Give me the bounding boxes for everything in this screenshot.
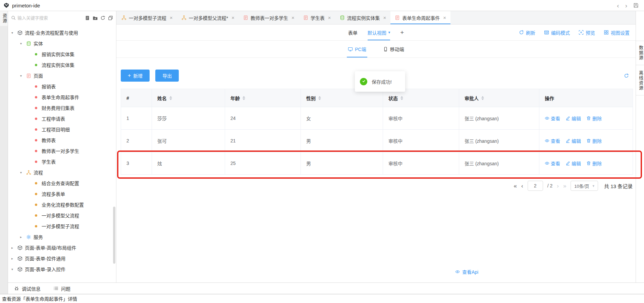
tree-item-18[interactable]: 一对多模型父流程 <box>8 210 116 221</box>
view-tab-default[interactable]: 默认视图 ▾ <box>368 25 390 40</box>
delete-link[interactable]: 删除 <box>586 115 602 122</box>
refresh-icon[interactable] <box>100 15 105 20</box>
tree-collapse-icon[interactable]: ▾ <box>20 42 26 45</box>
search-input[interactable] <box>17 15 82 20</box>
tab-5[interactable]: 流程实例实体集× <box>335 11 391 24</box>
add-button[interactable]: + 新增 <box>121 70 150 82</box>
tree-item-13[interactable]: 学生表 <box>8 156 116 167</box>
form-label[interactable]: 表单 <box>348 29 358 36</box>
tab-close-icon[interactable]: × <box>383 15 386 20</box>
table-row-3[interactable]: 3炫25男审核中张三 (zhangsan)查看编辑删除 <box>121 152 633 175</box>
rail-tab-offline-resource[interactable]: 离线资源 <box>636 66 644 95</box>
tree-item-20[interactable]: ▸服务 <box>8 231 116 242</box>
tab-close-icon[interactable]: × <box>443 15 446 20</box>
tree-item-19[interactable]: 一对多模型子流程 <box>8 221 116 231</box>
last-page-button[interactable]: » <box>563 183 566 189</box>
edit-link[interactable]: 编辑 <box>566 115 581 122</box>
tree-collapse-icon[interactable]: ▾ <box>11 267 17 271</box>
tree-item-8[interactable]: 财务费用归集表 <box>8 102 116 113</box>
tab-4[interactable]: 学生表× <box>299 11 335 24</box>
tree-item-10[interactable]: 工程项目明细 <box>8 124 116 135</box>
tree-item-15[interactable]: 结合业务查询配置 <box>8 178 116 188</box>
tree-item-4[interactable]: 流程实例实体集 <box>8 59 116 70</box>
column-header-3[interactable]: 年龄 <box>225 89 301 107</box>
code-mode-button[interactable]: 编码模式 <box>544 29 570 36</box>
tree-expand-icon[interactable]: ▸ <box>11 257 17 260</box>
table-row-1[interactable]: 1莎莎24女审核中张三 (zhangsan)查看编辑删除 <box>121 107 633 130</box>
preview-button[interactable]: 预览 <box>579 29 595 36</box>
prev-page-button[interactable]: ‹ <box>521 183 523 189</box>
tree-collapse-icon[interactable]: ▾ <box>11 31 17 35</box>
add-button-label: 新增 <box>133 72 143 79</box>
tab-2[interactable]: 一对多模型父流程*× <box>177 11 239 24</box>
column-header-6[interactable]: 审批人 <box>459 89 539 107</box>
device-tab-mobile[interactable]: 移动端 <box>382 41 405 57</box>
tab-3[interactable]: 教师表一对多学生× <box>239 11 299 24</box>
tree-expand-icon[interactable]: ▸ <box>11 246 17 250</box>
sidebar-scrollbar[interactable] <box>113 207 115 264</box>
edit-link[interactable]: 编辑 <box>566 160 581 167</box>
first-page-button[interactable]: « <box>514 183 517 189</box>
sort-icon[interactable] <box>400 96 403 100</box>
rail-tab-resources[interactable]: 资源 <box>0 11 8 26</box>
tab-close-icon[interactable]: × <box>231 15 234 20</box>
nav-forward-icon[interactable]: › <box>625 2 627 9</box>
save-icon[interactable] <box>633 3 639 8</box>
sort-icon[interactable] <box>481 96 484 100</box>
tab-6[interactable]: 表单生命周起事件× <box>390 11 450 24</box>
tree-item-21[interactable]: ▸页面-表单-高级/布局组件 <box>8 242 116 253</box>
tree-item-14[interactable]: ▾流程 <box>8 167 116 178</box>
view-link[interactable]: 查看 <box>545 137 560 144</box>
view-link[interactable]: 查看 <box>545 115 560 122</box>
tree-collapse-icon[interactable]: ▾ <box>20 74 26 78</box>
edit-link[interactable]: 编辑 <box>566 137 581 144</box>
tree-item-11[interactable]: 教师表 <box>8 135 116 145</box>
table-row-2[interactable]: 2张可21男审核中张三 (zhangsan)查看编辑删除 <box>121 130 633 152</box>
locate-file-icon[interactable] <box>85 15 90 20</box>
add-view-button[interactable]: + <box>400 29 404 36</box>
collapse-all-icon[interactable] <box>108 15 113 20</box>
page-size-select[interactable]: 10条/页 ▾ <box>571 181 598 191</box>
sort-icon[interactable] <box>243 96 245 100</box>
delete-link-label: 删除 <box>592 160 602 167</box>
tree-item-22[interactable]: ▸页面-表单-控件通用 <box>8 253 116 264</box>
new-folder-icon[interactable] <box>93 15 98 20</box>
page-number-input[interactable]: 2 <box>528 181 543 191</box>
problems-tab[interactable]: 问题 <box>53 285 70 292</box>
next-page-button[interactable]: › <box>557 183 559 189</box>
tree-item-6[interactable]: 报销表 <box>8 81 116 92</box>
search-box[interactable] <box>11 15 82 20</box>
table-refresh-icon[interactable] <box>624 73 629 78</box>
view-link[interactable]: 查看 <box>545 160 560 167</box>
tree-item-7[interactable]: 表单生命周起事件 <box>8 92 116 102</box>
view-settings-button[interactable]: 视图设置 <box>604 29 630 36</box>
view-api-link[interactable]: 查看Api <box>455 268 478 275</box>
tree-item-3[interactable]: 报销实例实体集 <box>8 49 116 59</box>
export-button[interactable]: 导出 <box>155 70 179 82</box>
tab-1[interactable]: 一对多模型子流程× <box>117 11 177 24</box>
rail-tab-data-source[interactable]: 数据源 <box>636 41 644 65</box>
sort-icon[interactable] <box>318 96 321 100</box>
sort-icon[interactable] <box>169 96 172 100</box>
tree-collapse-icon[interactable]: ▾ <box>20 171 26 174</box>
tree-item-23[interactable]: ▾页面-表单-录入控件 <box>8 264 116 274</box>
refresh-button[interactable]: 刷新 <box>519 29 535 36</box>
nav-back-icon[interactable]: ‹ <box>617 2 619 9</box>
tree-item-1[interactable]: ▾流程-业务流程配置与使用 <box>8 27 116 38</box>
cell-value: 莎莎 <box>157 116 167 121</box>
tree-item-17[interactable]: 业务化流程参数配置 <box>8 199 116 210</box>
tree-item-5[interactable]: ▾页面 <box>8 70 116 81</box>
debug-info-tab[interactable]: 调试信息 <box>14 285 41 292</box>
tree-item-12[interactable]: 教师表一对多学生 <box>8 145 116 156</box>
tree-expand-icon[interactable]: ▸ <box>20 235 26 239</box>
tree-item-16[interactable]: 流程多表单 <box>8 188 116 199</box>
tab-close-icon[interactable]: × <box>291 15 294 20</box>
tree-item-9[interactable]: 工程申请表 <box>8 113 116 124</box>
delete-link[interactable]: 删除 <box>586 137 602 144</box>
tree-item-2[interactable]: ▾实体 <box>8 38 116 49</box>
tab-close-icon[interactable]: × <box>328 15 331 20</box>
column-header-2[interactable]: 姓名 <box>152 89 225 107</box>
delete-link[interactable]: 删除 <box>586 160 602 167</box>
tab-close-icon[interactable]: × <box>170 15 173 20</box>
device-tab-pc[interactable]: PC端 <box>347 41 367 57</box>
